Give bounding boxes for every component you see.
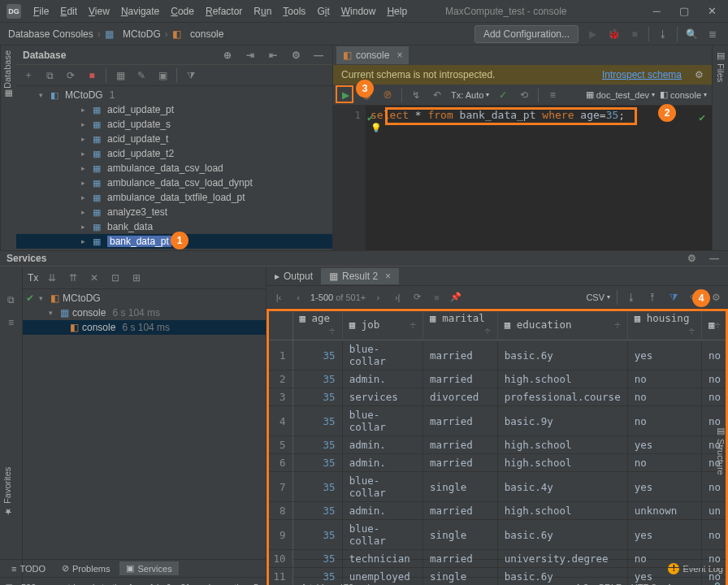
menu-file[interactable]: File [28,3,54,20]
commit-icon[interactable]: ↯ [409,88,423,102]
introspect-schema-link[interactable]: Introspect schema [602,69,682,80]
close-tab-icon[interactable]: × [396,50,402,61]
new-icon[interactable]: ＋ [21,68,36,83]
menu-tools[interactable]: Tools [277,3,311,20]
stop-db-icon[interactable]: ■ [84,68,99,83]
result-grid[interactable]: ▦ age÷▦ job÷▦ marital÷▦ education÷▦ hous… [266,309,728,585]
tree-table[interactable]: ▸▦bank_data [16,219,332,234]
stop-icon[interactable]: ■ [627,27,642,41]
plan-icon[interactable]: ℗ [380,88,395,102]
settings-icon[interactable]: ≡ [545,88,560,102]
sidebar-tab-database[interactable]: ▦ Database [0,46,16,250]
sidebar-tab-files[interactable]: ▤ Files [712,46,728,250]
menu-refactor[interactable]: Refactor [200,3,248,20]
next-page-icon[interactable]: › [370,290,385,305]
edit-icon[interactable]: ✎ [134,68,149,83]
table-row[interactable]: 235admin.marriedhigh.schoolnono [266,370,728,388]
console-icon[interactable]: ▣ [155,68,170,83]
todo-tab[interactable]: ≡ TODO [5,562,52,575]
tree-table[interactable]: ▸▦analyze3_test [16,205,332,219]
table-icon[interactable]: ▦ [113,68,128,83]
tree-table[interactable]: ▸▦acid_update_t2 [16,146,332,161]
pin-icon[interactable]: ⧉ [4,292,19,307]
stop-icon[interactable]: ■ [429,290,444,305]
menu-edit[interactable]: Edit [54,3,83,20]
breadcrumb-item[interactable]: Database Consoles [8,28,93,40]
editor-tab-console[interactable]: ◧ console × [336,46,409,64]
add-configuration-button[interactable]: Add Configuration... [474,25,578,43]
hide-icon[interactable]: — [311,48,326,63]
maximize-icon[interactable]: ▢ [674,5,694,17]
table-row[interactable]: 635admin.marriedhigh.schoolnono [266,454,728,472]
sidebar-tab-structure[interactable]: ▤ Structure [712,422,728,488]
table-row[interactable]: 835admin.marriedhigh.schoolunknownun [266,502,728,520]
collapse-icon[interactable]: ⇥ [243,48,258,63]
extractor-dropdown[interactable]: CSV ▾ [586,292,610,302]
table-row[interactable]: 335servicesdivorcedprofessional.courseno… [266,388,728,406]
debug-icon[interactable]: 🐞 [606,27,621,41]
tree-table[interactable]: ▸▦acid_update_t [16,132,332,146]
new-win-icon[interactable]: ⊞ [129,271,144,285]
rollback-icon[interactable]: ↶ [430,88,444,102]
prev-page-icon[interactable]: ‹ [291,290,306,305]
table-row[interactable]: 135blue-collarmarriedbasic.6yyesno [266,340,728,370]
close-icon[interactable]: ✕ [87,271,102,285]
filter-results-icon[interactable]: ⧩ [666,290,681,305]
git-update-icon[interactable]: ⭳ [656,27,670,41]
last-page-icon[interactable]: ›| [390,290,405,305]
gear-icon[interactable]: ⚙ [288,48,303,63]
breadcrumb-item[interactable]: ◧ console [172,28,224,40]
problems-tab[interactable]: ⊘ Problems [55,561,116,575]
sidebar-tab-favorites[interactable]: ★ Favorites [0,455,16,520]
services-tab[interactable]: ▣ Services [119,561,178,575]
menu-help[interactable]: Help [381,3,413,20]
tree-table[interactable]: ▸▦ambulance_data_csv_load [16,161,332,176]
run-query-button[interactable]: ▶ [338,88,353,102]
settings-icon[interactable]: ⚙ [708,290,723,305]
table-row[interactable]: 435blue-collarmarriedbasic.9ynono [266,406,728,436]
gear-icon[interactable]: ⚙ [695,69,704,80]
close-icon[interactable]: × [385,271,391,282]
run-icon[interactable]: ▶ [585,27,600,41]
playback-icon[interactable]: ⟲ [517,88,531,102]
list-icon[interactable]: ≡ [4,315,19,330]
column-header[interactable]: ▦ job÷ [342,309,422,340]
first-page-icon[interactable]: |‹ [271,290,286,305]
refresh-icon[interactable]: ⟳ [63,68,78,83]
column-header[interactable]: ▦ housing÷ [627,309,701,340]
expand-icon[interactable]: ⇤ [266,48,280,63]
menu-code[interactable]: Code [165,3,200,20]
tree-table[interactable]: ▸▦acid_update_s [16,117,332,132]
tree-table[interactable]: ▸▦ambulance_data_txtfile_load_pt [16,190,332,205]
service-console[interactable]: ▾▦ console6 s 104 ms [23,306,266,320]
service-console-run[interactable]: ◧ console6 s 104 ms [23,320,266,335]
menu-git[interactable]: Git [311,3,335,20]
reload-icon[interactable]: ⟳ [410,290,424,305]
fit-icon[interactable]: ⊡ [108,271,123,285]
search-icon[interactable]: 🔍 [684,27,699,41]
service-datasource[interactable]: ✔▾ ◧MCtoDG [23,291,266,306]
import-icon[interactable]: ⭱ [645,290,660,305]
column-header[interactable]: ▦ marital÷ [423,309,498,340]
sql-editor[interactable]: 1 ✔ select * from bank_data_pt where age… [333,106,712,250]
menu-navigate[interactable]: Navigate [115,3,165,20]
console-dropdown[interactable]: ◧ console ▾ [660,89,707,100]
table-row[interactable]: 1135unemployedsinglebasic.6yyesno [266,568,728,586]
tree-table[interactable]: ▸▦ambulance_data_csv_load_dynpt [16,176,332,190]
commit2-icon[interactable]: ✓ [496,88,510,102]
export-icon[interactable]: ⭳ [624,290,639,305]
tx-mode-dropdown[interactable]: Tx: Auto ▾ [451,90,489,100]
menu-view[interactable]: View [83,3,115,20]
column-header[interactable]: ▦ education÷ [497,309,627,340]
minimize-icon[interactable]: ─ [647,5,666,17]
target-icon[interactable]: ⊕ [220,48,235,63]
close-icon[interactable]: ✕ [702,5,722,17]
filter-icon[interactable]: ⧩ [184,68,198,83]
pin-icon[interactable]: 📌 [448,290,463,305]
result-tab[interactable]: ▦ Result 2 × [321,268,399,284]
tree-datasource[interactable]: ▾◧ MCtoDG 1 [16,88,332,102]
breadcrumb-item[interactable]: ▦ MCtoDG [105,28,161,40]
table-row[interactable]: 535admin.marriedhigh.schoolyesno [266,436,728,454]
table-row[interactable]: 735blue-collarsinglebasic.4yyesno [266,472,728,502]
gear-icon[interactable]: ⚙ [684,251,699,266]
